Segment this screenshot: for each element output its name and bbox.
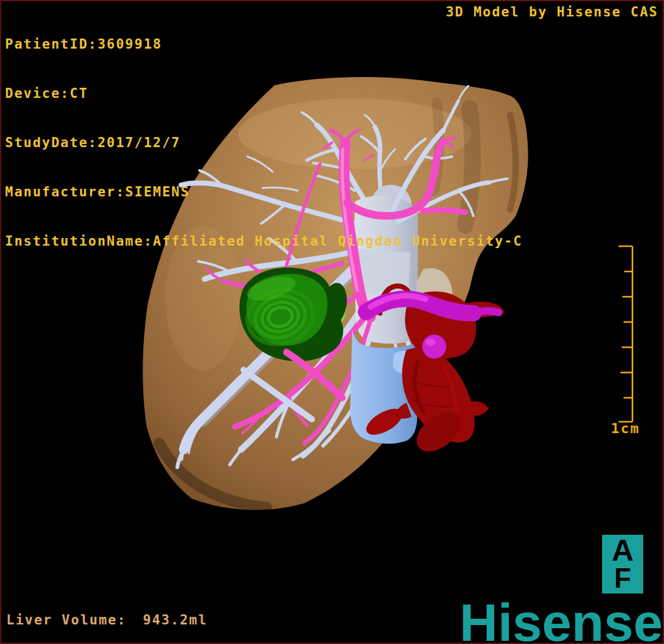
liver-volume-label: Liver Volume: xyxy=(6,612,126,628)
device-line: Device:CT xyxy=(5,85,523,102)
hisense-wordmark: Hisense xyxy=(459,592,663,644)
scale-bar xyxy=(606,239,637,428)
af-badge: A F xyxy=(602,535,643,593)
liver-volume-readout: Liver Volume: 943.2ml xyxy=(6,612,208,628)
scale-label: 1cm xyxy=(611,420,640,436)
af-badge-letter-f: F xyxy=(614,564,631,592)
liver-volume-value: 943.2ml xyxy=(143,612,208,628)
viewer-window: PatientID:3609918 Device:CT StudyDate:20… xyxy=(0,0,664,644)
manufacturer-line: Manufacturer:SIEMENS xyxy=(5,184,523,200)
institution-line: InstitutionName:Affiliated Hospital Qing… xyxy=(5,233,523,249)
patient-info-overlay: PatientID:3609918 Device:CT StudyDate:20… xyxy=(5,3,523,282)
watermark-text: 3D Model by Hisense CAS xyxy=(446,4,658,20)
study-date-line: StudyDate:2017/12/7 xyxy=(5,134,523,151)
af-badge-letter-a: A xyxy=(612,537,634,564)
patient-id-line: PatientID:3609918 xyxy=(5,36,523,52)
